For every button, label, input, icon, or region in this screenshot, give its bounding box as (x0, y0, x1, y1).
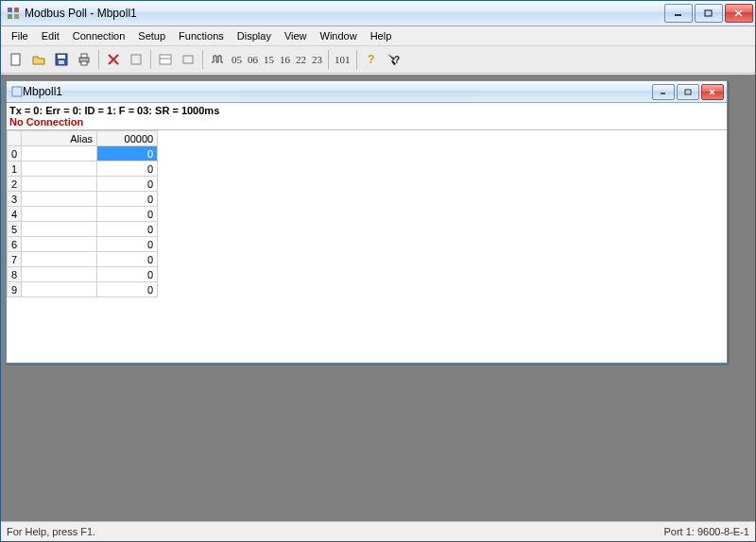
child-body: Tx = 0: Err = 0: ID = 1: F = 03: SR = 10… (7, 103, 727, 363)
cell-alias[interactable] (22, 222, 97, 237)
svg-rect-20 (183, 56, 193, 63)
mdi-area: Mbpoll1 Tx = 0: Err = 0: ID = 1: F = 03:… (1, 74, 755, 521)
row-index[interactable]: 0 (8, 146, 22, 161)
print-icon[interactable] (73, 49, 95, 70)
open-icon[interactable] (27, 49, 50, 70)
svg-rect-23 (12, 87, 22, 96)
fn-code-101[interactable]: 101 (332, 54, 353, 65)
context-help-icon[interactable]: ? (383, 49, 405, 70)
toolbar-separator (98, 50, 99, 69)
help-icon[interactable]: ? (360, 49, 383, 70)
fn-code-22[interactable]: 22 (293, 54, 309, 65)
table-row[interactable]: 00 (8, 146, 158, 161)
statusbar-help-text: For Help, press F1. (7, 526, 95, 537)
connect-icon[interactable] (125, 49, 147, 70)
col-address[interactable]: 00000 (97, 131, 158, 146)
menu-edit[interactable]: Edit (35, 28, 66, 43)
cell-value[interactable]: 0 (97, 252, 158, 267)
main-window: Modbus Poll - Mbpoll1 File Edit Connecti… (0, 0, 756, 542)
child-minimize-button[interactable] (652, 84, 675, 100)
row-index[interactable]: 3 (8, 192, 22, 207)
statusbar-port-text: Port 1: 9600-8-E-1 (664, 526, 750, 537)
cell-alias[interactable] (22, 282, 97, 297)
table-row[interactable]: 10 (8, 161, 158, 177)
fn-code-16[interactable]: 16 (277, 54, 293, 65)
row-index[interactable]: 2 (8, 177, 22, 192)
table-row[interactable]: 90 (8, 282, 158, 297)
menu-functions[interactable]: Functions (172, 28, 231, 43)
pulse-icon[interactable] (206, 49, 229, 70)
statusbar: For Help, press F1. Port 1: 9600-8-E-1 (1, 521, 755, 541)
toolbar-separator (328, 50, 329, 69)
row-index[interactable]: 7 (8, 252, 22, 267)
child-icon (11, 86, 23, 97)
disconnect-icon[interactable] (102, 49, 125, 70)
cell-value[interactable]: 0 (97, 267, 158, 282)
svg-rect-11 (59, 60, 64, 64)
maximize-button[interactable] (695, 4, 723, 23)
cell-alias[interactable] (22, 146, 97, 161)
table-row[interactable]: 70 (8, 252, 158, 267)
cell-alias[interactable] (22, 252, 97, 267)
cell-alias[interactable] (22, 267, 97, 282)
connection-status: No Connection (7, 116, 727, 130)
cell-alias[interactable] (22, 177, 97, 192)
cell-alias[interactable] (22, 207, 97, 222)
cell-alias[interactable] (22, 161, 97, 177)
row-index[interactable]: 5 (8, 222, 22, 237)
menu-setup[interactable]: Setup (131, 28, 172, 43)
fn-code-23[interactable]: 23 (309, 54, 325, 65)
table-row[interactable]: 60 (8, 237, 158, 252)
fn-code-05[interactable]: 05 (229, 54, 245, 65)
poll-status-line: Tx = 0: Err = 0: ID = 1: F = 03: SR = 10… (7, 103, 727, 116)
menu-help[interactable]: Help (364, 28, 399, 43)
close-button[interactable] (725, 4, 753, 23)
cell-value[interactable]: 0 (97, 177, 158, 192)
table-row[interactable]: 80 (8, 267, 158, 282)
cell-value[interactable]: 0 (97, 222, 158, 237)
row-index[interactable]: 8 (8, 267, 22, 282)
register-grid[interactable]: Alias 00000 00102030405060708090 (7, 130, 158, 297)
cell-value[interactable]: 0 (97, 207, 158, 222)
save-icon[interactable] (50, 49, 73, 70)
row-index[interactable]: 4 (8, 207, 22, 222)
table-row[interactable]: 20 (8, 177, 158, 192)
svg-rect-8 (11, 54, 20, 65)
cell-alias[interactable] (22, 192, 97, 207)
row-index[interactable]: 1 (8, 161, 22, 177)
row-index[interactable]: 6 (8, 237, 22, 252)
table-row[interactable]: 30 (8, 192, 158, 207)
menu-view[interactable]: View (278, 28, 314, 43)
row-index[interactable]: 9 (8, 282, 22, 297)
toolbar-separator (356, 50, 357, 69)
fn-code-15[interactable]: 15 (261, 54, 277, 65)
child-close-button[interactable] (701, 84, 724, 100)
table-row[interactable]: 40 (8, 207, 158, 222)
cell-value[interactable]: 0 (97, 282, 158, 297)
minimize-button[interactable] (664, 4, 693, 23)
menubar: File Edit Connection Setup Functions Dis… (1, 26, 755, 46)
new-icon[interactable] (5, 49, 27, 70)
svg-rect-13 (81, 54, 87, 58)
child-title-text: Mbpoll1 (23, 85, 652, 98)
cell-value[interactable]: 0 (97, 192, 158, 207)
cell-value[interactable]: 0 (97, 161, 158, 177)
col-alias[interactable]: Alias (22, 131, 97, 146)
menu-display[interactable]: Display (231, 28, 278, 43)
table-row[interactable]: 50 (8, 222, 158, 237)
cell-alias[interactable] (22, 237, 97, 252)
titlebar: Modbus Poll - Mbpoll1 (1, 1, 755, 26)
child-maximize-button[interactable] (677, 84, 699, 100)
menu-file[interactable]: File (5, 28, 35, 43)
svg-rect-25 (685, 90, 691, 94)
grid-header-row: Alias 00000 (8, 131, 158, 146)
test-icon[interactable] (177, 49, 199, 70)
cell-value[interactable]: 0 (97, 146, 158, 161)
cell-value[interactable]: 0 (97, 237, 158, 252)
read-write-icon[interactable] (154, 49, 177, 70)
menu-window[interactable]: Window (314, 28, 364, 43)
child-window: Mbpoll1 Tx = 0: Err = 0: ID = 1: F = 03:… (6, 80, 728, 364)
fn-code-06[interactable]: 06 (245, 54, 261, 65)
menu-connection[interactable]: Connection (66, 28, 132, 43)
child-titlebar[interactable]: Mbpoll1 (7, 81, 727, 103)
